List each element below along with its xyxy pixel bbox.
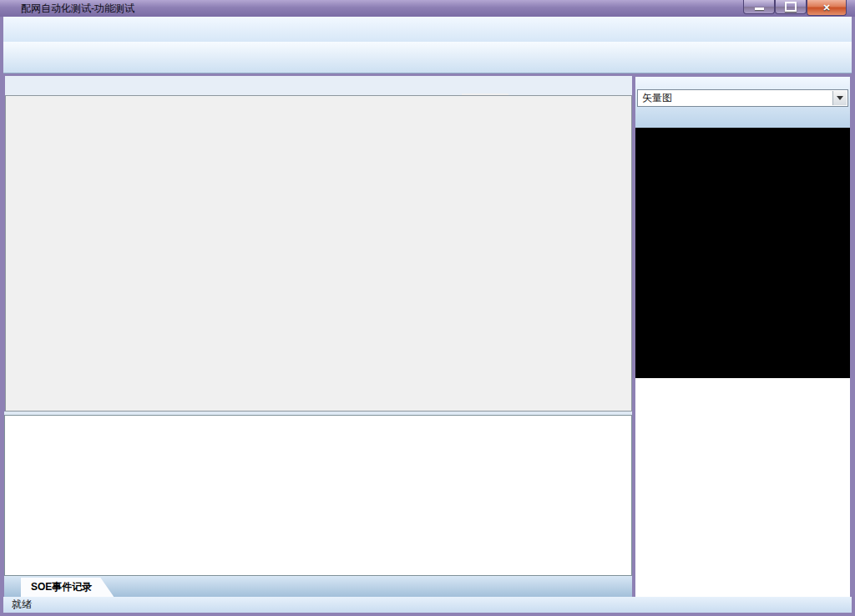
- status-text: 就绪: [12, 598, 32, 612]
- tab-page-normal-state: [5, 95, 632, 412]
- view-selector-value: 矢量图: [642, 91, 672, 105]
- bottom-tab-bar: SOE事件记录: [4, 576, 632, 597]
- app-window: 配网自动化测试-功能测试 ✕ 参数设置 状态名称 正常态 设备名称 FTU1 触…: [0, 0, 855, 616]
- app-logo-icon: [3, 2, 17, 15]
- maximize-icon: [785, 2, 797, 12]
- view-selector-combo[interactable]: 矢量图: [637, 89, 848, 107]
- tab-soe-event-log[interactable]: SOE事件记录: [21, 578, 114, 597]
- title-bar: 配网自动化测试-功能测试 ✕: [0, 0, 855, 17]
- status-bar: 就绪: [3, 597, 852, 613]
- state-tab-strip: [5, 76, 632, 96]
- digital-outputs-table: [635, 378, 850, 597]
- minimize-icon: [755, 8, 764, 10]
- menu-bar: [3, 17, 852, 42]
- vector-diagram: [635, 128, 850, 378]
- toolbar: [3, 42, 852, 73]
- close-icon: ✕: [822, 3, 830, 13]
- close-button[interactable]: ✕: [807, 0, 847, 16]
- chevron-down-icon[interactable]: [832, 91, 847, 105]
- maximize-button[interactable]: [775, 0, 807, 14]
- minimize-button[interactable]: [743, 0, 775, 14]
- window-title: 配网自动化测试-功能测试: [21, 2, 134, 16]
- event-table: [4, 415, 632, 576]
